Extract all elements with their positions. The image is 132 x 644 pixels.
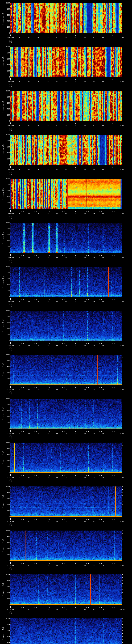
x-end-time-label: 49:00 xyxy=(120,125,124,126)
y-tick-label: 1000 xyxy=(2,486,10,487)
x-tick-label: 20 xyxy=(47,125,48,126)
y-tick-label: 0 xyxy=(2,164,10,166)
y-tick-label: 600 xyxy=(2,542,10,544)
x-tick-label: 40 xyxy=(84,345,86,346)
x-tick-label: 35 xyxy=(74,125,76,126)
y-tick-label: 600 xyxy=(2,498,10,499)
x-end-time-label: 51:00 xyxy=(120,213,124,214)
y-tick-label: 1000 xyxy=(2,2,10,4)
x-tick-label: 20 xyxy=(47,608,48,610)
x-tick-label: 5 xyxy=(19,520,20,522)
x-tick-label: 15 xyxy=(38,213,39,214)
x-tick-label: 10 xyxy=(28,389,30,390)
y-tick-label: 800 xyxy=(2,360,10,362)
x-tick-label: 35 xyxy=(74,608,76,610)
y-tick-label: 1000 xyxy=(2,530,10,531)
date-line: 2016 xyxy=(5,613,16,615)
x-start-time-label: 2:46:00 xyxy=(7,37,14,39)
x-tick-label: 35 xyxy=(74,520,76,522)
y-tick-label: 0 xyxy=(2,560,10,562)
spectrogram-panel: Frequency (Hz) 020040060080010002:50:005… xyxy=(0,176,132,220)
x-tick-label: 40 xyxy=(84,169,86,170)
x-tick-label: 25 xyxy=(56,433,58,434)
y-tick-label: 1000 xyxy=(2,618,10,619)
y-tick-label: 400 xyxy=(2,592,10,593)
y-tick-label: 0 xyxy=(2,516,10,518)
y-axis-title-text: Frequency (Hz) xyxy=(2,407,4,420)
y-tick-label: 800 xyxy=(2,52,10,54)
date-line: 2016 xyxy=(5,218,16,219)
x-tick-label: 10 xyxy=(28,477,30,478)
date-label: 13Jul2016 xyxy=(5,478,16,483)
x-start-time-label: 2:51:00 xyxy=(7,257,14,258)
x-tick-label: 5 xyxy=(19,257,20,258)
y-axis-title-text: Frequency (Hz) xyxy=(2,100,4,112)
x-tick-label: 15 xyxy=(38,565,39,566)
x-start-time-label: 2:49:00 xyxy=(7,169,14,170)
x-tick-label: 45 xyxy=(93,345,95,346)
x-tick-label: 40 xyxy=(84,565,86,566)
x-tick-label: 20 xyxy=(47,257,48,258)
date-label: 13Jul2016 xyxy=(5,522,16,527)
y-tick-label: 400 xyxy=(2,20,10,22)
y-tick-label: 400 xyxy=(2,636,10,637)
x-tick-label: 5 xyxy=(19,477,20,478)
x-tick-label: 30 xyxy=(65,389,67,390)
x-tick-label: 55 xyxy=(112,477,114,478)
spectrogram-canvas xyxy=(0,616,132,644)
spectrogram-panel: Frequency (Hz) 020040060080010002:59:005… xyxy=(0,572,132,616)
y-axis-title-text: Frequency (Hz) xyxy=(2,539,4,552)
y-axis-title: Frequency (Hz) xyxy=(0,530,6,561)
x-tick-label: 40 xyxy=(84,301,86,302)
x-tick-label: 30 xyxy=(65,301,67,302)
x-tick-label: 10 xyxy=(28,169,30,170)
x-end-time-label: 52:00 xyxy=(120,257,124,258)
y-tick-label: 600 xyxy=(2,454,10,456)
x-tick-label: 25 xyxy=(56,565,58,566)
x-tick-label: 25 xyxy=(56,37,58,39)
x-start-time-label: 2:52:00 xyxy=(7,301,14,302)
x-tick-label: 55 xyxy=(112,389,114,390)
x-tick-label: 10 xyxy=(28,345,30,346)
x-tick-label: 30 xyxy=(65,565,67,566)
x-end-time-label: 54:00 xyxy=(120,345,124,346)
x-tick-label: 50 xyxy=(102,301,104,302)
y-tick-label: 200 xyxy=(2,510,10,511)
x-tick-label: 20 xyxy=(47,433,48,434)
y-axis-title-text: Frequency (Hz) xyxy=(2,12,4,24)
x-tick-label: 10 xyxy=(28,257,30,258)
x-start-time-label: 2:57:00 xyxy=(7,520,14,522)
date-label: 13Jul2016 xyxy=(5,215,16,219)
y-tick-label: 600 xyxy=(2,190,10,192)
y-tick-label: 600 xyxy=(2,366,10,368)
spectrogram-panel: Frequency (Hz) 020040060080010002:53:005… xyxy=(0,308,132,352)
y-tick-label: 400 xyxy=(2,64,10,66)
x-tick-label: 40 xyxy=(84,389,86,390)
y-tick-label: 400 xyxy=(2,372,10,374)
y-axis-title: Frequency (Hz) xyxy=(0,354,6,385)
y-axis-title: Frequency (Hz) xyxy=(0,311,6,341)
x-tick-label: 10 xyxy=(28,37,30,39)
x-tick-label: 55 xyxy=(112,433,114,434)
y-axis-title: Frequency (Hz) xyxy=(0,91,6,121)
x-start-time-label: 2:47:00 xyxy=(7,81,14,82)
x-tick-label: 25 xyxy=(56,213,58,214)
x-tick-label: 55 xyxy=(112,169,114,170)
x-tick-label: 40 xyxy=(84,213,86,214)
x-tick-label: 5 xyxy=(19,169,20,170)
x-tick-label: 10 xyxy=(28,301,30,302)
x-tick-label: 30 xyxy=(65,433,67,434)
y-tick-label: 0 xyxy=(2,208,10,210)
y-tick-label: 400 xyxy=(2,460,10,461)
y-tick-label: 200 xyxy=(2,202,10,204)
x-end-time-label: 53:00 xyxy=(120,301,124,302)
x-tick-label: 25 xyxy=(56,81,58,82)
y-axis-title: Frequency (Hz) xyxy=(0,47,6,77)
date-label: 13Jul2016 xyxy=(5,259,16,263)
y-tick-label: 200 xyxy=(2,114,10,116)
y-tick-label: 400 xyxy=(2,284,10,286)
y-axis-title: Frequency (Hz) xyxy=(0,3,6,33)
y-axis-title: Frequency (Hz) xyxy=(0,135,6,165)
date-line: 2016 xyxy=(5,262,16,263)
x-tick-label: 25 xyxy=(56,169,58,170)
